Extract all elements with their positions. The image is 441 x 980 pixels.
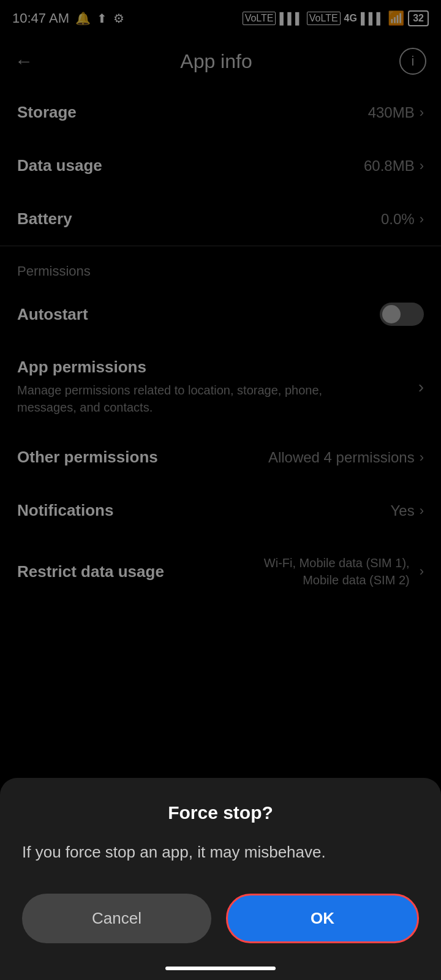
data-usage-chevron: › xyxy=(420,158,424,174)
restrict-data-value-area: Wi-Fi, Mobile data (SIM 1), Mobile data … xyxy=(240,554,424,589)
ok-button[interactable]: OK xyxy=(226,894,419,943)
notifications-chevron: › xyxy=(420,503,424,519)
data-usage-item[interactable]: Data usage 60.8MB › xyxy=(0,139,441,192)
autostart-toggle-knob xyxy=(382,305,401,323)
app-permissions-chevron: › xyxy=(418,377,424,397)
restrict-data-label: Restrict data usage xyxy=(17,562,164,581)
volte-icon-2: VoLTE xyxy=(307,12,341,25)
storage-value-area: 430MB › xyxy=(368,104,424,121)
app-permissions-title: App permissions xyxy=(17,358,411,377)
battery-value-area: 0.0% › xyxy=(381,211,424,228)
data-usage-value: 60.8MB xyxy=(364,157,415,175)
battery-chevron: › xyxy=(420,211,424,227)
notifications-value: Yes xyxy=(391,502,415,519)
autostart-label: Autostart xyxy=(17,305,88,324)
notifications-item[interactable]: Notifications Yes › xyxy=(0,484,441,537)
autostart-item[interactable]: Autostart xyxy=(0,285,441,343)
status-bar: 10:47 AM 🔔 ⬆ ⚙ VoLTE ▌▌▌ VoLTE 4G ▌▌▌ 📶 … xyxy=(0,0,441,37)
info-icon: i xyxy=(412,53,415,69)
other-permissions-label: Other permissions xyxy=(17,448,158,467)
status-time-area: 10:47 AM 🔔 ⬆ ⚙ xyxy=(12,10,124,26)
settings-icon: ⚙ xyxy=(113,11,124,26)
storage-chevron: › xyxy=(420,105,424,121)
dialog-buttons: Cancel OK xyxy=(22,894,419,943)
app-permissions-left: App permissions Manage permissions relat… xyxy=(17,358,411,416)
app-header: ← App info i xyxy=(0,37,441,86)
other-permissions-value: Allowed 4 permissions xyxy=(268,449,415,466)
data-usage-value-area: 60.8MB › xyxy=(364,157,424,175)
notifications-value-area: Yes › xyxy=(391,502,424,519)
wifi-icon: 📶 xyxy=(388,10,404,26)
info-button[interactable]: i xyxy=(399,48,426,75)
back-button[interactable]: ← xyxy=(15,51,33,72)
force-stop-dialog: Force stop? If you force stop an app, it… xyxy=(0,778,441,980)
app-permissions-desc: Manage permissions related to location, … xyxy=(17,382,336,416)
restrict-data-chevron: › xyxy=(420,562,424,581)
volte-icon: VoLTE xyxy=(243,12,276,25)
notifications-label: Notifications xyxy=(17,501,113,520)
signal-icon-1: ▌▌▌ xyxy=(279,12,303,25)
app-permissions-item[interactable]: App permissions Manage permissions relat… xyxy=(0,343,441,431)
signal-icon-2: ▌▌▌ xyxy=(361,12,384,25)
other-permissions-value-area: Allowed 4 permissions › xyxy=(268,449,424,466)
battery-indicator: 32 xyxy=(408,10,429,26)
page-title: App info xyxy=(180,50,252,73)
dialog-body: If you force stop an app, it may misbeha… xyxy=(22,840,419,864)
other-permissions-chevron: › xyxy=(420,450,424,466)
status-time: 10:47 AM xyxy=(12,10,69,26)
permissions-section-label: Permissions xyxy=(0,246,441,285)
restrict-data-value: Wi-Fi, Mobile data (SIM 1), Mobile data … xyxy=(240,554,410,589)
battery-value: 0.0% xyxy=(381,211,415,228)
status-right-icons: VoLTE ▌▌▌ VoLTE 4G ▌▌▌ 📶 32 xyxy=(243,10,429,26)
data-usage-label: Data usage xyxy=(17,156,102,175)
upload-icon: ⬆ xyxy=(97,11,107,26)
battery-item[interactable]: Battery 0.0% › xyxy=(0,192,441,246)
battery-label: Battery xyxy=(17,209,72,228)
storage-item[interactable]: Storage 430MB › xyxy=(0,86,441,139)
notification-icon: 🔔 xyxy=(75,11,91,26)
restrict-data-item[interactable]: Restrict data usage Wi-Fi, Mobile data (… xyxy=(0,537,441,606)
4g-icon: 4G xyxy=(344,13,357,24)
storage-value: 430MB xyxy=(368,104,415,121)
home-indicator xyxy=(165,967,276,970)
dialog-title: Force stop? xyxy=(22,802,419,823)
autostart-toggle[interactable] xyxy=(380,303,424,326)
other-permissions-item[interactable]: Other permissions Allowed 4 permissions … xyxy=(0,431,441,484)
storage-label: Storage xyxy=(17,103,77,122)
cancel-button[interactable]: Cancel xyxy=(22,894,211,943)
